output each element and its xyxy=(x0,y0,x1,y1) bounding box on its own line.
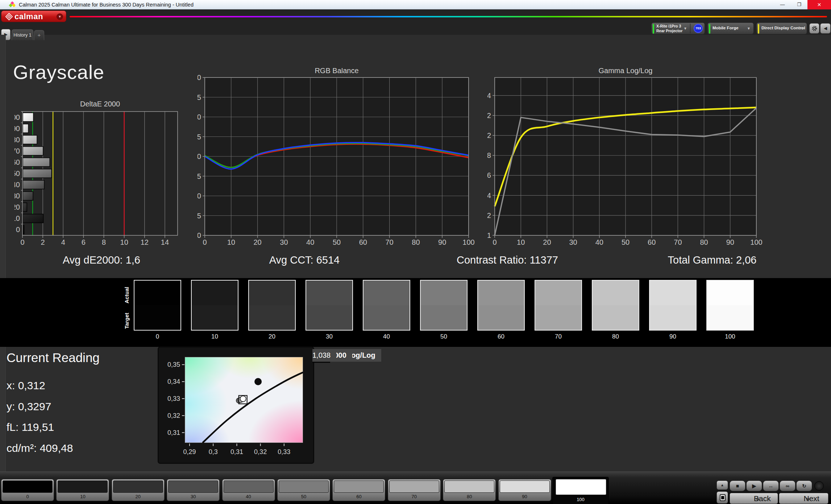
patch-button-60[interactable]: 60 xyxy=(332,479,385,501)
patch-actual-70 xyxy=(535,281,581,305)
status-lamp xyxy=(814,481,824,491)
svg-text:0,33: 0,33 xyxy=(278,448,290,455)
bottom-toolbar: ▲ «Back Next» 0102030405060708090100■▶↔∞… xyxy=(0,471,831,504)
patch-label-30: 30 xyxy=(306,333,353,340)
patch-target-100 xyxy=(707,305,753,330)
patch-0 xyxy=(134,280,181,331)
source-name: Mobile Forge xyxy=(712,26,739,30)
collapse-panel-button[interactable]: ◀ xyxy=(820,23,831,34)
chevron-down-icon[interactable]: ▼ xyxy=(684,26,687,30)
patch-button-label-60: 60 xyxy=(333,494,385,499)
maximize-button[interactable]: ❐ xyxy=(791,0,807,9)
source-selector[interactable]: Mobile Forge ▼ xyxy=(707,22,754,34)
page-title: Grayscale xyxy=(13,61,104,83)
calman-app-icon xyxy=(9,1,15,8)
window-mode-button[interactable] xyxy=(716,491,728,504)
deltae-2000-chart: DeltaE 200010090807060504030201000246810… xyxy=(14,101,185,249)
svg-text:50: 50 xyxy=(333,238,341,246)
reading-fl: fL: 119,51 xyxy=(7,421,54,433)
deltae-bar-100 xyxy=(23,113,33,122)
patch-actual-30 xyxy=(306,281,352,305)
patch-button-swatch-70 xyxy=(389,480,439,493)
deltae-bar-40 xyxy=(23,180,44,189)
patch-target-50 xyxy=(421,305,467,330)
up-button[interactable]: ▲ xyxy=(716,480,728,490)
patch-button-label-30: 30 xyxy=(167,494,219,499)
add-tab-button[interactable]: + xyxy=(34,30,44,40)
patch-actual-10 xyxy=(192,281,238,305)
spectrum-strip xyxy=(70,16,827,17)
meter-selector[interactable]: X-Rite i1Pro 3 Rear Projector ▼ 703 xyxy=(651,22,705,34)
deltae-bar-60 xyxy=(23,158,50,167)
patch-target-10 xyxy=(192,305,238,330)
svg-text:80: 80 xyxy=(412,238,420,246)
svg-text:0,33: 0,33 xyxy=(167,395,180,402)
patch-target-30 xyxy=(306,305,352,330)
patch-button-80[interactable]: 80 xyxy=(443,479,496,501)
svg-text:30: 30 xyxy=(14,192,20,200)
svg-text:115: 115 xyxy=(198,93,201,101)
svg-text:90: 90 xyxy=(14,125,20,133)
refresh-button[interactable]: ↻ xyxy=(796,480,812,491)
play-button[interactable]: ▶ xyxy=(746,480,762,491)
patch-button-30[interactable]: 30 xyxy=(167,479,220,501)
patch-button-10[interactable]: 10 xyxy=(56,479,109,501)
svg-text:10: 10 xyxy=(120,238,128,246)
svg-text:40: 40 xyxy=(306,238,314,246)
patch-10 xyxy=(191,280,238,331)
chevron-down-icon[interactable]: ▼ xyxy=(57,13,63,20)
stop-button[interactable]: ■ xyxy=(730,480,745,491)
patch-button-swatch-80 xyxy=(444,480,494,493)
patch-button-0[interactable]: 0 xyxy=(1,479,54,501)
continuous-button[interactable]: ∞ xyxy=(780,480,795,491)
patch-button-label-100: 100 xyxy=(553,497,608,502)
back-label: Back xyxy=(754,493,771,504)
reading-y: y: 0,3297 xyxy=(7,400,51,413)
patch-target-80 xyxy=(593,305,639,330)
chevron-down-icon[interactable]: ▼ xyxy=(747,26,751,30)
chevron-down-icon[interactable]: ▼ xyxy=(800,26,804,30)
patch-label-40: 40 xyxy=(363,333,410,340)
svg-text:14: 14 xyxy=(161,238,169,246)
svg-text:4: 4 xyxy=(61,238,65,246)
svg-text:70: 70 xyxy=(674,238,682,246)
patch-button-100[interactable]: 100 xyxy=(552,477,609,504)
left-edge-strip xyxy=(0,35,6,471)
deltae-bar-10 xyxy=(23,214,43,223)
svg-text:2,2: 2,2 xyxy=(487,112,491,119)
svg-text:0,34: 0,34 xyxy=(167,378,180,385)
svg-text:70: 70 xyxy=(14,147,20,155)
patch-label-100: 100 xyxy=(706,333,754,340)
display-control-selector[interactable]: Direct Display Control ▼ xyxy=(756,22,807,34)
patch-actual-60 xyxy=(478,281,524,305)
window-mode-icon-core xyxy=(721,496,724,499)
tab-history-1[interactable]: History 1 xyxy=(12,29,33,40)
patch-button-label-40: 40 xyxy=(223,494,275,499)
patch-label-20: 20 xyxy=(248,333,296,340)
minimize-button[interactable]: — xyxy=(774,0,791,9)
meter-count-badge[interactable]: 703 xyxy=(694,24,703,33)
patch-90 xyxy=(649,280,697,331)
patch-button-label-0: 0 xyxy=(1,494,54,499)
patch-button-50[interactable]: 50 xyxy=(277,479,330,501)
patch-button-40[interactable]: 40 xyxy=(222,479,275,501)
close-button[interactable]: ✕ xyxy=(807,0,831,9)
range-button[interactable]: ↔ xyxy=(763,480,779,491)
next-button[interactable]: Next» xyxy=(779,493,828,504)
cie-reference-dot xyxy=(254,378,262,385)
patch-button-90[interactable]: 90 xyxy=(498,479,551,501)
patch-button-swatch-20 xyxy=(113,480,163,493)
back-button[interactable]: «Back xyxy=(730,493,778,504)
patch-button-label-80: 80 xyxy=(443,494,495,499)
patch-button-20[interactable]: 20 xyxy=(112,479,165,501)
settings-button[interactable] xyxy=(809,23,819,34)
calman-menu-button[interactable]: calman ▼ xyxy=(1,10,66,22)
svg-text:1,8: 1,8 xyxy=(487,151,491,159)
svg-text:0,31: 0,31 xyxy=(167,429,180,436)
patch-button-70[interactable]: 70 xyxy=(388,479,441,501)
patch-label-50: 50 xyxy=(420,333,468,340)
calman-app-window: Calman 2025 Calman Ultimate for Business… xyxy=(0,0,831,504)
svg-text:105: 105 xyxy=(198,133,201,141)
patch-70 xyxy=(535,280,582,331)
patch-button-swatch-0 xyxy=(3,480,53,493)
